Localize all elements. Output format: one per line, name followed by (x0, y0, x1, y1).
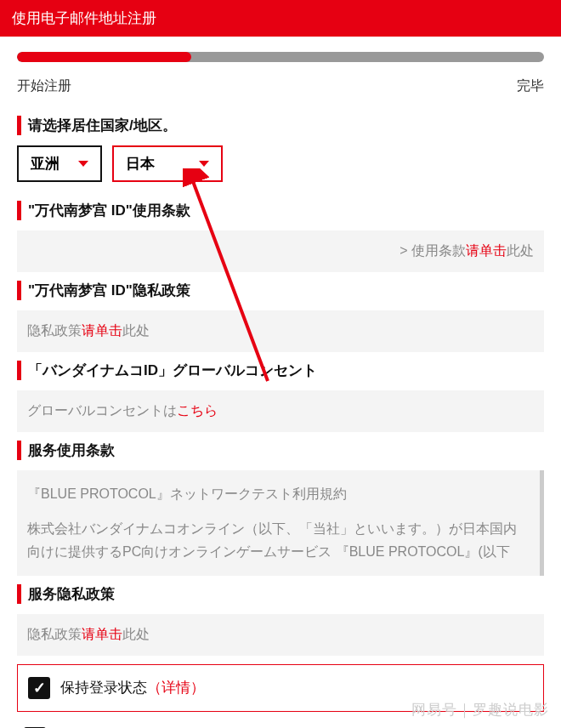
progress-bar (17, 52, 544, 62)
terms-link-box[interactable]: > 使用条款请单击此处 (17, 230, 544, 272)
progress-labels: 开始注册 完毕 (17, 77, 544, 95)
progress-end-label: 完毕 (517, 77, 544, 95)
global-consent-box[interactable]: グローバルコンセントはこちら (17, 390, 544, 432)
page-header: 使用电子邮件地址注册 (0, 0, 561, 37)
region-section-title: 请选择居住国家/地区。 (17, 116, 544, 135)
privacy-section-title: "万代南梦宫 ID"隐私政策 (17, 281, 544, 300)
service-terms-line2: 株式会社バンダイナムコオンライン（以下、「当社」といいます。）が日本国内向けに提… (27, 517, 530, 563)
stay-logged-label: 保持登录状态（详情） (60, 678, 205, 697)
country-value: 日本 (126, 154, 155, 173)
global-link: こちら (177, 403, 218, 418)
progress-fill (17, 52, 191, 62)
terms-link: 请单击 (466, 243, 507, 258)
privacy-suffix: 此处 (122, 323, 150, 338)
continent-value: 亚洲 (31, 154, 60, 173)
terms-prefix: > 使用条款 (400, 243, 466, 258)
header-title: 使用电子邮件地址注册 (12, 10, 156, 26)
region-dropdown-row: 亚洲 日本 (17, 145, 544, 182)
service-terms-title: 服务使用条款 (17, 441, 544, 460)
progress-start-label: 开始注册 (17, 77, 71, 95)
sp-link: 请单击 (82, 627, 122, 641)
service-privacy-title: 服务隐私政策 (17, 584, 544, 604)
detail-link[interactable]: 详情 (162, 680, 190, 696)
global-consent-title: 「バンダイナムコID」グローバルコンセント (17, 361, 544, 380)
service-terms-line1: 『BLUE PROTOCOL』ネットワークテスト利用規約 (27, 482, 530, 505)
terms-suffix: 此处 (507, 243, 534, 258)
privacy-prefix: 隐私政策 (27, 323, 82, 338)
caret-down-icon (199, 161, 209, 167)
watermark-text: 网易号｜罗趣说电影 (411, 700, 549, 719)
sp-suffix: 此处 (122, 627, 150, 641)
sp-prefix: 隐私政策 (27, 627, 82, 641)
stay-logged-checkbox[interactable] (28, 677, 50, 699)
privacy-link: 请单击 (82, 323, 122, 338)
country-dropdown[interactable]: 日本 (112, 145, 223, 182)
service-terms-box[interactable]: 『BLUE PROTOCOL』ネットワークテスト利用規約 株式会社バンダイナムコ… (17, 470, 544, 576)
continent-dropdown[interactable]: 亚洲 (17, 145, 102, 182)
global-prefix: グローバルコンセントは (27, 403, 177, 418)
terms-section-title: "万代南梦宫 ID"使用条款 (17, 201, 544, 220)
privacy-link-box[interactable]: 隐私政策请单击此处 (17, 310, 544, 352)
caret-down-icon (78, 161, 88, 167)
service-privacy-box[interactable]: 隐私政策请单击此处 (17, 614, 544, 656)
content-area: 开始注册 完毕 请选择居住国家/地区。 亚洲 日本 "万代南梦宫 ID"使用条款… (0, 37, 561, 728)
